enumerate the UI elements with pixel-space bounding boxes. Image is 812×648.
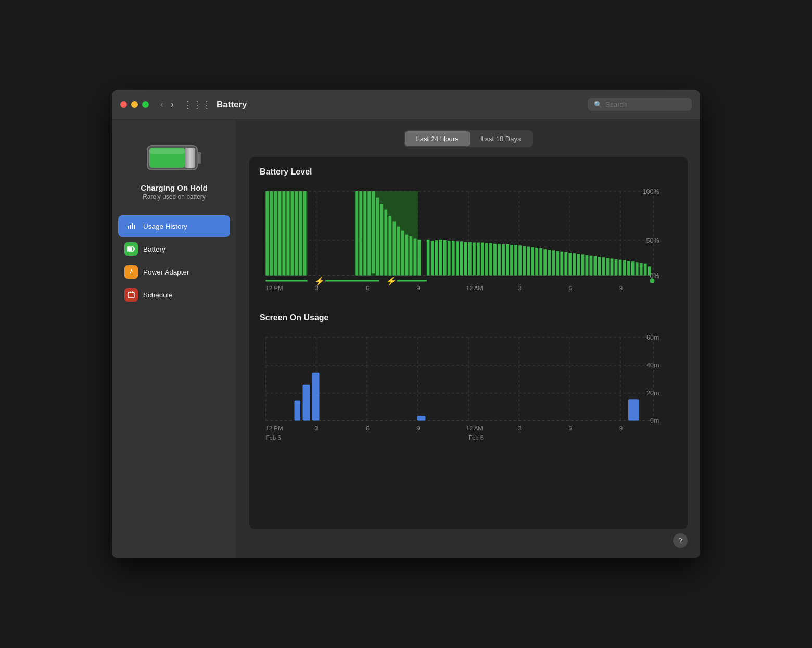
tab-24h[interactable]: Last 24 Hours <box>405 131 470 146</box>
sidebar-item-usage-history[interactable]: Usage History <box>118 215 230 237</box>
sidebar-item-battery[interactable]: Battery <box>118 238 230 260</box>
svg-rect-80 <box>510 245 513 275</box>
svg-text:3: 3 <box>314 285 318 291</box>
svg-rect-110 <box>636 262 639 275</box>
svg-rect-90 <box>552 250 555 275</box>
svg-rect-104 <box>611 258 614 275</box>
svg-rect-88 <box>543 249 547 275</box>
svg-rect-89 <box>548 250 551 275</box>
sidebar: Charging On Hold Rarely used on battery … <box>112 120 237 558</box>
svg-rect-67 <box>456 241 459 275</box>
svg-rect-62 <box>435 240 438 276</box>
svg-text:100%: 100% <box>642 188 659 195</box>
svg-rect-109 <box>631 261 635 275</box>
svg-rect-8 <box>134 225 135 229</box>
schedule-icon <box>124 288 138 302</box>
svg-rect-91 <box>556 251 559 276</box>
svg-rect-37 <box>283 191 286 276</box>
svg-rect-60 <box>427 240 430 276</box>
svg-rect-148 <box>417 416 425 420</box>
svg-rect-49 <box>376 198 379 276</box>
svg-rect-68 <box>460 241 463 275</box>
battery-nav-label: Battery <box>143 245 166 253</box>
svg-rect-82 <box>518 245 522 275</box>
search-bar[interactable]: 🔍 <box>588 98 692 111</box>
forward-button[interactable]: › <box>169 98 176 111</box>
main-content: Charging On Hold Rarely used on battery … <box>112 120 700 558</box>
minimize-button[interactable] <box>131 101 138 108</box>
charging-status: Charging On Hold <box>141 183 207 192</box>
svg-rect-99 <box>590 256 593 276</box>
svg-rect-100 <box>594 256 597 276</box>
svg-rect-40 <box>295 191 298 276</box>
svg-rect-42 <box>303 191 307 276</box>
svg-rect-66 <box>452 241 455 275</box>
window-title: Battery <box>217 99 588 110</box>
svg-rect-83 <box>523 246 526 275</box>
svg-rect-55 <box>401 231 404 276</box>
screen-usage-svg: 60m 40m 20m 0m <box>260 329 677 448</box>
svg-rect-145 <box>294 400 300 420</box>
usage-history-label: Usage History <box>143 222 187 230</box>
battery-subtitle: Rarely used on battery <box>141 193 207 201</box>
svg-rect-81 <box>514 245 517 275</box>
svg-rect-36 <box>278 191 282 276</box>
svg-text:12 AM: 12 AM <box>466 425 483 431</box>
maximize-button[interactable] <box>142 101 149 108</box>
svg-rect-53 <box>393 221 396 275</box>
svg-rect-39 <box>291 191 294 276</box>
svg-marker-12 <box>130 269 133 275</box>
svg-rect-65 <box>448 241 451 275</box>
sidebar-item-schedule[interactable]: Schedule <box>118 284 230 306</box>
svg-rect-84 <box>527 247 530 276</box>
svg-rect-33 <box>265 191 269 276</box>
battery-level-svg: 100% 50% 0% <box>260 183 677 296</box>
svg-rect-85 <box>531 247 534 276</box>
svg-text:9: 9 <box>619 425 623 431</box>
svg-rect-111 <box>640 263 643 276</box>
svg-text:6: 6 <box>366 285 369 291</box>
svg-rect-51 <box>384 210 387 276</box>
svg-rect-48 <box>372 191 375 273</box>
battery-nav-icon <box>124 242 138 256</box>
power-adapter-icon <box>124 265 138 279</box>
back-button[interactable]: ‹ <box>158 98 166 111</box>
screen-usage-chart: 60m 40m 20m 0m <box>260 329 677 450</box>
svg-rect-5 <box>128 226 129 229</box>
close-button[interactable] <box>120 101 127 108</box>
svg-rect-94 <box>568 253 572 276</box>
search-input[interactable] <box>605 101 686 108</box>
svg-rect-1 <box>197 152 201 164</box>
svg-text:9: 9 <box>416 425 420 431</box>
svg-text:3: 3 <box>518 285 521 291</box>
battery-icon-container <box>146 143 202 175</box>
power-adapter-label: Power Adapter <box>143 268 189 276</box>
sidebar-nav: Usage History Battery Power Adapter <box>112 215 236 307</box>
svg-point-119 <box>650 278 654 283</box>
svg-rect-95 <box>573 253 576 275</box>
window-controls <box>120 101 149 108</box>
tab-switcher: Last 24 Hours Last 10 Days <box>404 130 534 147</box>
svg-text:0m: 0m <box>650 417 659 425</box>
sidebar-item-power-adapter[interactable]: Power Adapter <box>118 261 230 283</box>
svg-rect-69 <box>464 242 467 275</box>
svg-rect-98 <box>586 255 589 276</box>
tab-10d[interactable]: Last 10 Days <box>470 131 532 146</box>
svg-rect-59 <box>418 240 421 276</box>
svg-rect-4 <box>185 148 195 168</box>
svg-rect-57 <box>410 236 413 275</box>
svg-text:6: 6 <box>568 425 572 431</box>
content-area: Last 24 Hours Last 10 Days Battery Level… <box>237 120 700 558</box>
svg-rect-97 <box>581 254 585 275</box>
svg-rect-45 <box>359 191 362 276</box>
help-button[interactable]: ? <box>673 533 688 548</box>
svg-rect-41 <box>299 191 302 276</box>
svg-rect-102 <box>602 257 605 275</box>
svg-text:9: 9 <box>416 285 420 291</box>
svg-rect-106 <box>619 260 622 276</box>
svg-text:12 AM: 12 AM <box>466 285 483 291</box>
svg-rect-147 <box>312 372 320 420</box>
svg-rect-15 <box>132 291 133 293</box>
svg-rect-35 <box>274 191 277 276</box>
charts-container: Battery Level 100% 50% 0% <box>249 157 688 529</box>
